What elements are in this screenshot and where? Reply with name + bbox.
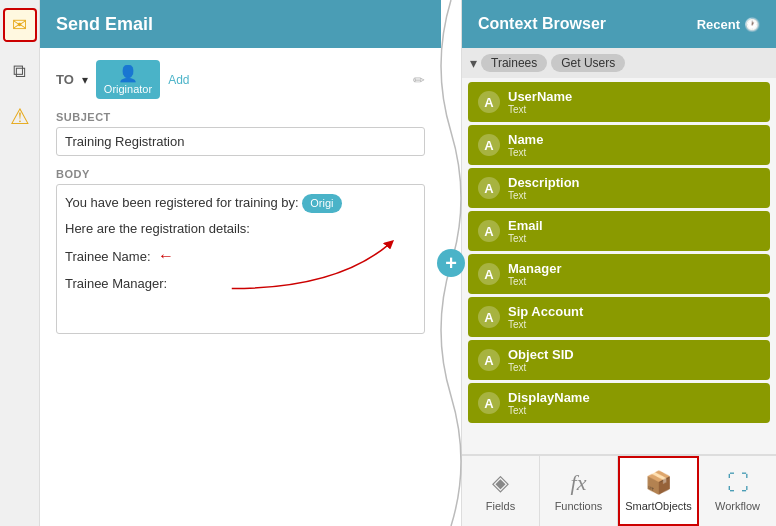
tab-fields[interactable]: ◈ Fields <box>462 456 540 526</box>
context-item-object-sid[interactable]: A Object SID Text <box>468 340 770 380</box>
layers-icon: ⧉ <box>13 61 26 82</box>
send-email-panel: Send Email TO ▾ 👤 Originator Add ✏ SUBJE… <box>40 0 441 526</box>
smartobjects-icon: 📦 <box>645 470 672 496</box>
send-email-title: Send Email <box>56 14 153 35</box>
subject-input[interactable] <box>56 127 425 156</box>
bottom-tabs: ◈ Fields fx Functions 📦 SmartObjects ⛶ W… <box>462 454 776 526</box>
item-badge: A <box>478 392 500 414</box>
breadcrumb-arrow[interactable]: ▾ <box>470 55 477 71</box>
originator-chip[interactable]: 👤 Originator <box>96 60 160 99</box>
item-badge: A <box>478 91 500 113</box>
context-browser-title: Context Browser <box>478 15 606 33</box>
context-item-manager[interactable]: A Manager Text <box>468 254 770 294</box>
fields-icon: ◈ <box>492 470 509 496</box>
body-line-3: Trainee Name: ← <box>65 244 416 268</box>
subject-label: SUBJECT <box>56 111 425 123</box>
clock-icon: 🕐 <box>744 17 760 32</box>
send-email-header: Send Email <box>40 0 441 48</box>
recent-label: Recent <box>697 17 740 32</box>
functions-icon: fx <box>571 470 587 496</box>
tab-workflow[interactable]: ⛶ Workflow <box>699 456 776 526</box>
breadcrumb-trainees[interactable]: Trainees <box>481 54 547 72</box>
email-icon: ✉ <box>12 14 27 36</box>
item-name: Sip Account <box>508 304 583 319</box>
context-items-list: A UserName Text A Name Text A Descriptio… <box>462 78 776 454</box>
email-sidebar-icon[interactable]: ✉ <box>3 8 37 42</box>
tab-fields-label: Fields <box>486 500 515 512</box>
item-badge: A <box>478 263 500 285</box>
item-name: Description <box>508 175 580 190</box>
item-type: Text <box>508 319 583 330</box>
to-dropdown[interactable]: ▾ <box>82 73 88 87</box>
tab-smartobjects-label: SmartObjects <box>625 500 692 512</box>
plus-icon: + <box>445 252 457 275</box>
workflow-icon: ⛶ <box>727 470 749 496</box>
context-browser-header: Context Browser Recent 🕐 <box>462 0 776 48</box>
person-icon: 👤 <box>118 64 138 83</box>
item-badge: A <box>478 220 500 242</box>
wave-divider: + <box>441 0 461 526</box>
add-label[interactable]: Add <box>168 73 189 87</box>
body-label: BODY <box>56 168 425 180</box>
tab-workflow-label: Workflow <box>715 500 760 512</box>
send-email-body: TO ▾ 👤 Originator Add ✏ SUBJECT BODY You… <box>40 48 441 526</box>
context-browser: Context Browser Recent 🕐 ▾ Trainees Get … <box>461 0 776 526</box>
item-type: Text <box>508 276 561 287</box>
layers-sidebar-icon[interactable]: ⧉ <box>3 54 37 88</box>
item-name: Name <box>508 132 543 147</box>
body-text-area[interactable]: You have been registered for training by… <box>56 184 425 334</box>
item-badge: A <box>478 349 500 371</box>
left-sidebar: ✉ ⧉ ⚠ <box>0 0 40 526</box>
warning-sidebar-icon[interactable]: ⚠ <box>3 100 37 134</box>
breadcrumb-row: ▾ Trainees Get Users <box>462 48 776 78</box>
inline-chip: Origi <box>302 194 341 213</box>
context-item-email[interactable]: A Email Text <box>468 211 770 251</box>
warning-icon: ⚠ <box>10 104 30 130</box>
body-line-2: Here are the registration details: <box>65 219 416 239</box>
item-type: Text <box>508 362 574 373</box>
to-row: TO ▾ 👤 Originator Add ✏ <box>56 60 425 99</box>
recent-button[interactable]: Recent 🕐 <box>697 17 760 32</box>
context-item-name[interactable]: A Name Text <box>468 125 770 165</box>
breadcrumb-getusers[interactable]: Get Users <box>551 54 625 72</box>
item-badge: A <box>478 177 500 199</box>
tab-functions-label: Functions <box>555 500 603 512</box>
item-name: UserName <box>508 89 572 104</box>
item-type: Text <box>508 104 572 115</box>
context-item-sip-account[interactable]: A Sip Account Text <box>468 297 770 337</box>
item-name: Object SID <box>508 347 574 362</box>
context-item-displayname[interactable]: A DisplayName Text <box>468 383 770 423</box>
edit-icon[interactable]: ✏ <box>413 72 425 88</box>
context-item-username[interactable]: A UserName Text <box>468 82 770 122</box>
body-line-4: Trainee Manager: <box>65 274 416 294</box>
item-badge: A <box>478 306 500 328</box>
item-type: Text <box>508 147 543 158</box>
body-line-1: You have been registered for training by… <box>65 193 416 213</box>
to-label: TO <box>56 72 74 87</box>
item-name: DisplayName <box>508 390 590 405</box>
item-name: Manager <box>508 261 561 276</box>
tab-smartobjects[interactable]: 📦 SmartObjects <box>618 456 699 526</box>
item-badge: A <box>478 134 500 156</box>
plus-button[interactable]: + <box>437 249 465 277</box>
tab-functions[interactable]: fx Functions <box>540 456 618 526</box>
item-type: Text <box>508 233 543 244</box>
item-type: Text <box>508 190 580 201</box>
item-name: Email <box>508 218 543 233</box>
originator-label: Originator <box>104 83 152 95</box>
subject-section: SUBJECT <box>56 111 425 156</box>
body-section: BODY You have been registered for traini… <box>56 168 425 334</box>
context-item-description[interactable]: A Description Text <box>468 168 770 208</box>
item-type: Text <box>508 405 590 416</box>
